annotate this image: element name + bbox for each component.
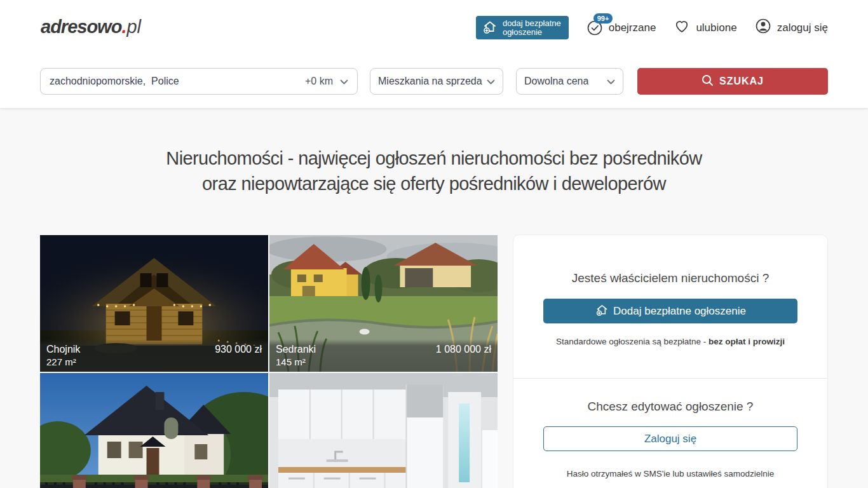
logo[interactable]: adresowo.pl bbox=[41, 17, 141, 37]
sidebar-edit-section: Chcesz edytować ogłoszenie ? Zaloguj się… bbox=[513, 379, 827, 478]
sidebar-owner-section: Jesteś właścicielem nieruchomości ? Doda… bbox=[513, 235, 827, 346]
category-select[interactable]: Mieszkania na sprzeda bbox=[370, 68, 503, 95]
listing-caption: Chojnik 930 000 zł 227 m² bbox=[40, 339, 268, 372]
listing-card-sedranki[interactable]: Sedranki 1 080 000 zł 145 m² bbox=[269, 235, 498, 372]
chevron-down-icon bbox=[340, 76, 348, 87]
location-input[interactable]: zachodniopomorskie, Police +0 km bbox=[40, 68, 358, 95]
chevron-down-icon bbox=[487, 76, 495, 87]
search-icon bbox=[702, 74, 714, 89]
listing-area: 227 m² bbox=[46, 356, 76, 367]
listing-photo bbox=[40, 373, 268, 488]
sidebar: Jesteś właścicielem nieruchomości ? Doda… bbox=[513, 234, 828, 488]
listing-card-warszawa[interactable]: Warszawa Wola, ul 950 000 zł bbox=[269, 373, 498, 488]
header-actions: dodaj bezpłatne ogłoszenie 99+ obejrzane bbox=[476, 16, 828, 39]
owner-note-bold: bez opłat i prowizji bbox=[709, 337, 785, 346]
listing-name: Sedranki bbox=[276, 343, 316, 356]
owner-heading: Jesteś właścicielem nieruchomości ? bbox=[513, 271, 827, 285]
page: adresowo.pl dodaj bezpłatne ogłoszenie bbox=[0, 0, 868, 488]
listings-grid: Chojnik 930 000 zł 227 m² bbox=[40, 235, 498, 488]
page-title-line1: Nieruchomości - najwięcej ogłoszeń nieru… bbox=[166, 148, 702, 168]
viewed-link[interactable]: 99+ obejrzane bbox=[587, 20, 656, 36]
price-value: Dowolna cena bbox=[524, 76, 588, 87]
logo-tld: pl bbox=[126, 17, 141, 37]
login-link[interactable]: zaloguj się bbox=[755, 18, 828, 37]
listing-price: 930 000 zł bbox=[215, 343, 262, 356]
radius-value: +0 km bbox=[305, 76, 333, 87]
listing-card-chojnik[interactable]: Chojnik 930 000 zł 227 m² bbox=[40, 235, 268, 372]
search-button-label: SZUKAJ bbox=[719, 76, 764, 87]
add-listing-label-line1: dodaj bezpłatne bbox=[503, 19, 561, 28]
viewed-label: obejrzane bbox=[609, 22, 656, 34]
page-title-line2: oraz niepowtarzające się oferty pośredni… bbox=[202, 173, 666, 194]
owner-note-text: Standardowe ogłoszenia są bezpłatne - bbox=[556, 337, 709, 346]
login-label: zaloguj się bbox=[777, 22, 828, 34]
house-plus-icon bbox=[595, 302, 609, 320]
price-select[interactable]: Dowolna cena bbox=[516, 68, 623, 95]
chevron-down-icon bbox=[607, 76, 615, 87]
user-icon bbox=[755, 18, 771, 37]
favorites-label: ulubione bbox=[696, 22, 736, 34]
sidebar-login-button[interactable]: Zaloguj się bbox=[543, 426, 797, 451]
owner-note: Standardowe ogłoszenia są bezpłatne - be… bbox=[513, 337, 827, 346]
search-button[interactable]: SZUKAJ bbox=[637, 68, 828, 95]
favorites-link[interactable]: ulubione bbox=[674, 18, 736, 37]
sidebar-add-listing-label: Dodaj bezpłatne ogłoszenie bbox=[613, 305, 746, 318]
logo-text: adresowo bbox=[41, 17, 121, 37]
listing-name: Chojnik bbox=[46, 343, 80, 356]
check-circle-icon bbox=[587, 27, 603, 39]
header: adresowo.pl dodaj bezpłatne ogłoszenie bbox=[0, 0, 868, 108]
add-listing-button[interactable]: dodaj bezpłatne ogłoszenie bbox=[476, 16, 569, 39]
sidebar-login-label: Zaloguj się bbox=[644, 433, 696, 445]
sidebar-add-listing-button[interactable]: Dodaj bezpłatne ogłoszenie bbox=[543, 299, 797, 323]
listing-price: 1 080 000 zł bbox=[436, 343, 491, 356]
edit-heading: Chcesz edytować ogłoszenie ? bbox=[513, 400, 827, 414]
listing-caption: Sedranki 1 080 000 zł 145 m² bbox=[269, 339, 498, 372]
radius-select[interactable]: +0 km bbox=[305, 76, 348, 87]
listing-area: 145 m² bbox=[276, 356, 306, 367]
add-listing-label-line2: ogłoszenie bbox=[503, 28, 542, 37]
category-value: Mieszkania na sprzeda bbox=[378, 76, 482, 87]
house-plus-icon bbox=[482, 18, 498, 37]
page-title: Nieruchomości - najwięcej ogłoszeń nieru… bbox=[0, 146, 868, 196]
heart-icon bbox=[674, 18, 690, 37]
location-value: zachodniopomorskie, Police bbox=[50, 76, 305, 87]
edit-note: Hasło otrzymałeś w SMS'ie lub ustawiłeś … bbox=[513, 469, 827, 478]
listing-photo bbox=[269, 373, 498, 488]
viewed-count-badge: 99+ bbox=[593, 13, 613, 24]
listing-card-zagacie[interactable]: Zagacie Podskale, ul 1 055 000 zł bbox=[40, 373, 268, 488]
